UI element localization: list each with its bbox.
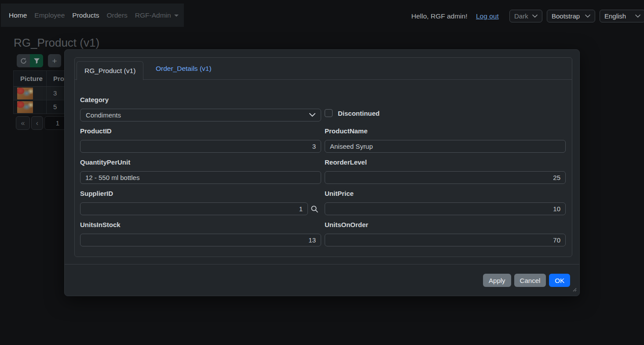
nav-item-orders[interactable]: Orders xyxy=(106,11,127,19)
chevron-left-icon: ‹ xyxy=(36,119,38,127)
page-title: RG_Product (v1) xyxy=(14,36,99,50)
refresh-icon xyxy=(20,57,27,65)
nav-item-products[interactable]: Products xyxy=(72,11,99,19)
first-page-button[interactable]: « xyxy=(16,116,30,130)
column-header-picture[interactable]: Picture xyxy=(14,71,47,86)
chevron-down-icon xyxy=(585,15,590,18)
tab-order-details[interactable]: Order_Details (v1) xyxy=(149,58,219,80)
cancel-button[interactable]: Cancel xyxy=(514,274,546,287)
supplier-lookup-button[interactable] xyxy=(310,205,319,213)
category-select-value: Condiments xyxy=(86,111,121,119)
category-select[interactable]: Condiments xyxy=(80,109,321,121)
nav-item-home[interactable]: Home xyxy=(9,11,27,19)
unitsinstock-label: UnitsInStock xyxy=(80,221,121,228)
chevron-down-icon xyxy=(532,15,538,18)
tab-rg-product[interactable]: RG_Product (v1) xyxy=(77,61,143,80)
pagination: « ‹ 1 xyxy=(16,116,71,130)
productid-label: ProductID xyxy=(80,127,112,135)
unitprice-input[interactable] xyxy=(325,202,566,215)
framework-select[interactable]: Bootstrap xyxy=(547,10,595,22)
prev-page-button[interactable]: ‹ xyxy=(31,116,43,130)
supplierid-input[interactable] xyxy=(80,202,308,215)
productid-input[interactable] xyxy=(80,140,321,153)
productname-input[interactable] xyxy=(325,140,566,153)
framework-select-value: Bootstrap xyxy=(552,12,580,20)
plus-icon: + xyxy=(52,57,57,65)
theme-select[interactable]: Dark xyxy=(509,10,542,22)
user-greeting: Hello, RGF admin! xyxy=(411,12,467,20)
supplierid-label: SupplierID xyxy=(80,190,113,197)
product-thumbnail xyxy=(17,101,33,113)
unitprice-label: UnitPrice xyxy=(325,190,354,197)
search-icon xyxy=(311,205,318,213)
dialog-footer-divider xyxy=(65,264,579,264)
app-screen: Home Employee Products Orders RGF-Admin … xyxy=(0,0,644,345)
theme-select-value: Dark xyxy=(514,12,528,20)
ok-button[interactable]: OK xyxy=(549,274,570,287)
productname-label: ProductName xyxy=(325,127,368,135)
dialog-buttons: Apply Cancel OK xyxy=(483,274,570,287)
funnel-icon xyxy=(33,58,40,64)
filter-button[interactable] xyxy=(30,54,43,67)
unitsonorder-input[interactable] xyxy=(325,234,566,246)
chevron-down-icon xyxy=(635,15,640,18)
tab-bar: RG_Product (v1) Order_Details (v1) xyxy=(75,58,572,80)
nav-item-rgf-admin[interactable]: RGF-Admin xyxy=(135,11,179,19)
product-thumbnail xyxy=(17,88,33,99)
unitsinstock-input[interactable] xyxy=(80,234,321,246)
resize-grip-icon[interactable] xyxy=(572,286,577,294)
nav-item-employee[interactable]: Employee xyxy=(34,11,65,19)
caret-down-icon xyxy=(174,15,179,17)
reorderlevel-label: ReorderLevel xyxy=(325,158,367,166)
double-chevron-left-icon: « xyxy=(21,119,25,127)
edit-product-dialog: RG_Product (v1) Order_Details (v1) Categ… xyxy=(64,49,580,296)
quantityperunit-input[interactable] xyxy=(80,171,321,184)
reorderlevel-input[interactable] xyxy=(325,171,566,184)
logout-link[interactable]: Log out xyxy=(476,12,499,20)
top-navbar: Home Employee Products Orders RGF-Admin xyxy=(1,4,184,27)
language-select[interactable]: English xyxy=(600,10,644,22)
apply-button[interactable]: Apply xyxy=(483,274,511,287)
discontinued-checkbox[interactable] xyxy=(325,109,333,117)
refresh-button[interactable] xyxy=(17,54,30,67)
language-select-value: English xyxy=(604,12,626,20)
rgf-admin-label: RGF-Admin xyxy=(135,11,171,19)
chevron-down-icon xyxy=(309,113,315,117)
quantityperunit-label: QuantityPerUnit xyxy=(80,158,130,166)
discontinued-label: Discontinued xyxy=(338,110,380,117)
unitsonorder-label: UnitsOnOrder xyxy=(325,221,368,228)
category-label: Category xyxy=(80,96,109,103)
add-record-button[interactable]: + xyxy=(48,54,61,67)
dialog-tab-card: RG_Product (v1) Order_Details (v1) Categ… xyxy=(74,57,572,257)
